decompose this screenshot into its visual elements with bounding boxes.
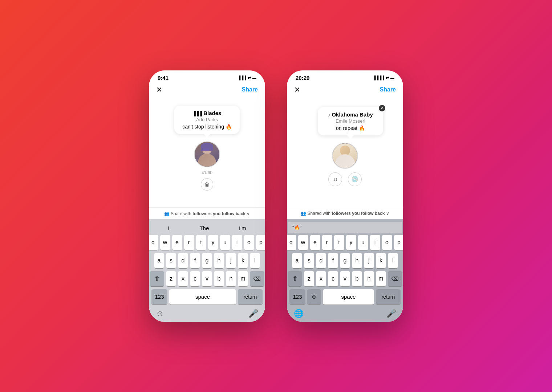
key-space[interactable]: space bbox=[169, 289, 236, 305]
music-note-button-2[interactable]: ♫ bbox=[328, 172, 342, 186]
key2-space[interactable]: space bbox=[323, 289, 374, 305]
key-t[interactable]: t bbox=[196, 235, 206, 250]
key-r[interactable]: r bbox=[184, 235, 194, 250]
suggestion-2[interactable]: The bbox=[196, 224, 212, 233]
share-button-2[interactable]: Share bbox=[380, 86, 396, 93]
char-count-1: 41/60 bbox=[202, 170, 212, 175]
key-z[interactable]: z bbox=[166, 271, 176, 286]
song-card-1[interactable]: ▐▐▐ Blades Arlo Parks can't stop listeni… bbox=[174, 106, 240, 134]
key-o[interactable]: o bbox=[244, 235, 254, 250]
key-g[interactable]: g bbox=[202, 253, 212, 268]
song-artist-1: Arlo Parks bbox=[180, 117, 234, 122]
key-backspace[interactable]: ⌫ bbox=[250, 271, 264, 286]
key2-q[interactable]: q bbox=[287, 235, 296, 250]
delete-button-1[interactable]: 🗑 bbox=[201, 178, 213, 191]
key2-m[interactable]: m bbox=[376, 271, 386, 286]
key2-i[interactable]: i bbox=[370, 235, 380, 250]
close-button-2[interactable]: ✕ bbox=[294, 85, 300, 94]
key-row-2-3: ⇧ z x c v b n m ⌫ bbox=[289, 271, 401, 286]
key2-h[interactable]: h bbox=[352, 253, 362, 268]
key-bottom-row-1: 123 space return bbox=[150, 286, 264, 307]
key2-g[interactable]: g bbox=[340, 253, 350, 268]
key-s[interactable]: s bbox=[166, 253, 176, 268]
key2-123[interactable]: 123 bbox=[289, 289, 305, 305]
key2-t[interactable]: t bbox=[334, 235, 344, 250]
key-d[interactable]: d bbox=[178, 253, 188, 268]
key-row-2: a s d f g h j k l bbox=[151, 253, 263, 268]
song-card-2[interactable]: ✕ ♪ Oklahoma Baby Emile Mosseri on repea… bbox=[318, 107, 383, 135]
key2-z[interactable]: z bbox=[304, 271, 314, 286]
key2-u[interactable]: u bbox=[358, 235, 368, 250]
key-x[interactable]: x bbox=[178, 271, 188, 286]
status-time-1: 9:41 bbox=[158, 75, 169, 81]
song-title-2: ♪ Oklahoma Baby bbox=[324, 111, 377, 118]
key2-y[interactable]: y bbox=[346, 235, 356, 250]
share-footer-icon-1: 👥 bbox=[164, 211, 170, 216]
emoji-icon-1[interactable]: ☺ bbox=[156, 309, 164, 318]
key2-return[interactable]: return bbox=[376, 289, 401, 305]
key-y[interactable]: y bbox=[208, 235, 218, 250]
keyboard-bottom-2: 🌐 🎤 bbox=[288, 307, 402, 322]
key2-n[interactable]: n bbox=[364, 271, 374, 286]
key2-l[interactable]: l bbox=[388, 253, 398, 268]
key2-w[interactable]: w bbox=[298, 235, 308, 250]
key-shift[interactable]: ⇧ bbox=[150, 271, 164, 286]
suggestion-1[interactable]: I bbox=[164, 224, 173, 233]
keyboard-1: I The I'm q w e r t y u i o p a s d bbox=[149, 219, 265, 322]
key2-s[interactable]: s bbox=[304, 253, 314, 268]
key-k[interactable]: k bbox=[238, 253, 248, 268]
key2-x[interactable]: x bbox=[316, 271, 326, 286]
globe-icon-2[interactable]: 🌐 bbox=[294, 309, 304, 318]
key-c[interactable]: c bbox=[190, 271, 200, 286]
key2-p[interactable]: p bbox=[394, 235, 403, 250]
signal-icon-2: ▐▐▐▐ bbox=[373, 75, 384, 80]
key2-b[interactable]: b bbox=[352, 271, 362, 286]
key-v[interactable]: v bbox=[202, 271, 212, 286]
key-e[interactable]: e bbox=[172, 235, 182, 250]
share-footer-2[interactable]: 👥 Shared with followers you follow back … bbox=[287, 207, 403, 219]
key-return[interactable]: return bbox=[238, 289, 263, 305]
key-q[interactable]: q bbox=[149, 235, 158, 250]
album-art-1 bbox=[194, 141, 220, 167]
key-123[interactable]: 123 bbox=[151, 289, 167, 305]
key-b[interactable]: b bbox=[214, 271, 224, 286]
key2-k[interactable]: k bbox=[376, 253, 386, 268]
key-bottom-row-2: 123 ☺ space return bbox=[288, 286, 402, 307]
key-i[interactable]: i bbox=[232, 235, 242, 250]
song-title-1: ▐▐▐ Blades bbox=[180, 110, 234, 116]
key-m[interactable]: m bbox=[238, 271, 248, 286]
key2-f[interactable]: f bbox=[328, 253, 338, 268]
key2-d[interactable]: d bbox=[316, 253, 326, 268]
mic-icon-1[interactable]: 🎤 bbox=[248, 309, 258, 318]
key2-c[interactable]: c bbox=[328, 271, 338, 286]
key2-r[interactable]: r bbox=[322, 235, 332, 250]
share-footer-1[interactable]: 👥 Share with followers you follow back ∨ bbox=[149, 207, 265, 219]
key-n[interactable]: n bbox=[226, 271, 236, 286]
dismiss-button-2[interactable]: ✕ bbox=[379, 105, 385, 111]
share-button-1[interactable]: Share bbox=[242, 86, 258, 93]
key-f[interactable]: f bbox=[190, 253, 200, 268]
key2-e[interactable]: e bbox=[310, 235, 320, 250]
close-button-1[interactable]: ✕ bbox=[156, 85, 162, 94]
key-row-1: q w e r t y u i o p bbox=[151, 235, 263, 250]
wifi-icon-1: ⇌ bbox=[248, 75, 251, 80]
key2-backspace[interactable]: ⌫ bbox=[388, 271, 402, 286]
key-u[interactable]: u bbox=[220, 235, 230, 250]
cd-button-2[interactable]: 💿 bbox=[348, 172, 362, 186]
emoji-suggestion[interactable]: "🔥" bbox=[292, 225, 301, 230]
key2-a[interactable]: a bbox=[292, 253, 302, 268]
key-w[interactable]: w bbox=[160, 235, 170, 250]
key2-o[interactable]: o bbox=[382, 235, 392, 250]
song-status-1: can't stop listening 🔥 bbox=[180, 124, 234, 130]
key2-shift[interactable]: ⇧ bbox=[288, 271, 302, 286]
mic-icon-2[interactable]: 🎤 bbox=[386, 309, 396, 318]
key-a[interactable]: a bbox=[154, 253, 164, 268]
key-l[interactable]: l bbox=[250, 253, 260, 268]
key2-v[interactable]: v bbox=[340, 271, 350, 286]
key2-emoji[interactable]: ☺ bbox=[307, 289, 321, 305]
key-h[interactable]: h bbox=[214, 253, 224, 268]
key-p[interactable]: p bbox=[256, 235, 265, 250]
suggestion-3[interactable]: I'm bbox=[235, 224, 250, 233]
key2-j[interactable]: j bbox=[364, 253, 374, 268]
key-j[interactable]: j bbox=[226, 253, 236, 268]
